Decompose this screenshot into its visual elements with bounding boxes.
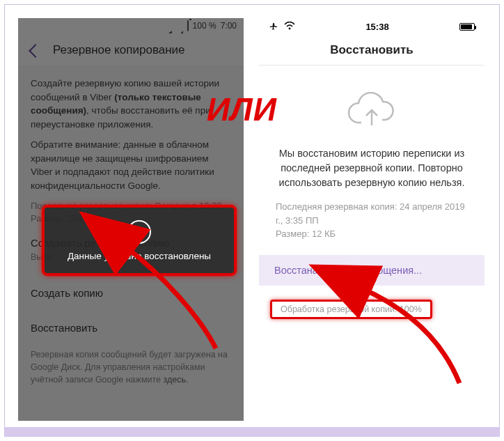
back-arrow-icon[interactable] xyxy=(28,44,40,56)
restore-description: Мы восстановим историю переписки из посл… xyxy=(276,146,468,190)
intro-text: Создайте резервную копию вашей истории с… xyxy=(31,77,231,131)
progress-text: Обработка резервной копии: 100% xyxy=(270,300,432,319)
navbar-title: Восстановить xyxy=(330,43,413,57)
ios-screen: 15:38 Восстановить Мы восстановим истори… xyxy=(259,18,485,421)
android-statusbar: 100 % 7:00 xyxy=(18,18,244,33)
last-backup-line: Последняя резервная копия: 24 апреля 201… xyxy=(276,200,468,227)
ios-body: Мы восстановим историю переписки из посл… xyxy=(259,65,485,323)
ios-navbar: Восстановить xyxy=(259,35,485,65)
or-label: ИЛИ xyxy=(207,91,277,128)
cellular-icon xyxy=(176,21,183,31)
warning-text: Обратите внимание: данные в облачном хра… xyxy=(31,138,231,192)
battery-icon xyxy=(459,23,475,31)
here-link[interactable]: здесь xyxy=(163,375,185,385)
success-toast: Данные успешно восстановлены xyxy=(42,205,237,276)
progress-band: Восстанавливаем сообщения... xyxy=(259,255,485,286)
toast-text: Данные успешно восстановлены xyxy=(68,251,211,261)
android-appbar: Резервное копирование xyxy=(18,33,244,67)
restore-row[interactable]: Восстановить xyxy=(31,304,231,340)
clock: 15:38 xyxy=(365,22,388,32)
appbar-title: Резервное копирование xyxy=(53,43,185,57)
clock: 7:00 xyxy=(221,21,237,31)
restore-desc: Резервная копия сообщений будет загружен… xyxy=(31,348,231,386)
ios-statusbar: 15:38 xyxy=(259,18,485,35)
battery-icon xyxy=(187,21,189,31)
svg-point-0 xyxy=(289,27,291,29)
cloud-upload-icon xyxy=(346,92,397,130)
backup-meta: Последняя резервная копия: 24 апреля 201… xyxy=(276,200,468,241)
wifi-icon xyxy=(162,21,172,31)
size-line: Размер: 12 КБ xyxy=(276,227,468,241)
wifi-icon xyxy=(284,22,295,32)
battery-percent: 100 % xyxy=(193,21,216,31)
android-screen: 100 % 7:00 Резервное копирование Создайт… xyxy=(18,18,244,421)
checkmark-icon xyxy=(127,220,151,244)
progress-text-row: Обработка резервной копии: 100% xyxy=(259,295,485,323)
airplane-icon xyxy=(269,22,278,31)
